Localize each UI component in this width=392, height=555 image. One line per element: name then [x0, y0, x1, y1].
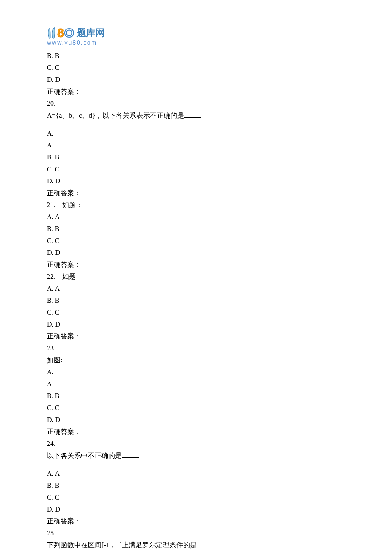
text-content: A.: [47, 368, 54, 376]
text-content: 22. 如题: [47, 273, 76, 280]
text-line: 20.: [47, 98, 345, 110]
document-body: B. BC. CD. D正确答案：20.A={a、b、c、d}，以下各关系表示不…: [47, 50, 345, 551]
text-line: A.: [47, 366, 345, 378]
text-line: C. C: [47, 235, 345, 247]
text-content: 正确答案：: [47, 88, 81, 95]
text-content: 正确答案：: [47, 189, 81, 197]
text-line: A: [47, 139, 345, 151]
text-line: C. C: [47, 163, 345, 175]
text-content: A: [47, 380, 52, 387]
text-content: D. D: [47, 177, 60, 185]
text-line: 正确答案：: [47, 330, 345, 342]
text-content: A. A: [47, 470, 60, 477]
fill-blank: [184, 111, 201, 118]
text-line: D. D: [47, 175, 345, 187]
text-line: D. D: [47, 74, 345, 86]
text-line: B. B: [47, 295, 345, 306]
text-line: A. A: [47, 283, 345, 295]
text-line: C. C: [47, 306, 345, 318]
bunny-icon: [47, 26, 56, 39]
logo-digit-0: O: [64, 26, 74, 40]
text-line: 25.: [47, 527, 345, 539]
text-content: 正确答案：: [47, 332, 81, 340]
text-line: B. B: [47, 50, 345, 62]
text-line: C. C: [47, 62, 345, 74]
text-line: 22. 如题: [47, 271, 345, 283]
text-line: 正确答案：: [47, 86, 345, 98]
text-line: D. D: [47, 247, 345, 259]
text-line: A. A: [47, 211, 345, 223]
text-content: 正确答案：: [47, 261, 81, 268]
text-line: A={a、b、c、d}，以下各关系表示不正确的是: [47, 110, 345, 121]
text-content: A. A: [47, 285, 60, 292]
text-content: 以下各关系中不正确的是: [47, 452, 122, 459]
text-line: 下列函数中在区间[-1，1]上满足罗尔定理条件的是: [47, 539, 345, 551]
text-line: A.: [47, 127, 345, 139]
text-content: 24.: [47, 440, 55, 447]
text-content: B. B: [47, 297, 59, 304]
site-logo: 8 O 题库网 www.vu80.com: [47, 26, 345, 47]
site-logo-row: 8 O 题库网: [47, 26, 345, 40]
blank-line: [47, 121, 345, 127]
text-content: B. B: [47, 225, 59, 232]
text-content: A: [47, 142, 52, 149]
text-content: 正确答案：: [47, 428, 81, 435]
text-content: D. D: [47, 506, 60, 513]
text-content: 20.: [47, 100, 55, 107]
page-container: 8 O 题库网 www.vu80.com B. BC. CD. D正确答案：20…: [0, 0, 392, 555]
fill-blank: [122, 451, 139, 458]
logo-digit-8: 8: [57, 26, 64, 40]
text-line: B. B: [47, 151, 345, 163]
text-content: C. C: [47, 309, 59, 316]
text-line: 23.: [47, 342, 345, 354]
text-content: D. D: [47, 321, 60, 328]
text-content: C. C: [47, 64, 59, 71]
text-content: 如图:: [47, 356, 62, 364]
text-line: 21. 如题：: [47, 199, 345, 211]
text-line: 正确答案：: [47, 515, 345, 527]
text-content: C. C: [47, 494, 59, 501]
text-line: D. D: [47, 318, 345, 330]
text-line: 以下各关系中不正确的是: [47, 450, 345, 462]
text-content: C. C: [47, 404, 59, 411]
text-content: D. D: [47, 76, 60, 83]
text-line: A: [47, 378, 345, 390]
logo-chinese-text: 题库网: [77, 26, 105, 39]
text-content: D. D: [47, 416, 60, 423]
text-content: A={a、b、c、d}，以下各关系表示不正确的是: [47, 112, 184, 119]
text-content: A.: [47, 130, 54, 137]
text-line: 如图:: [47, 354, 345, 366]
text-content: B. B: [47, 153, 59, 161]
text-content: D. D: [47, 249, 60, 256]
text-line: B. B: [47, 223, 345, 235]
text-content: B. B: [47, 52, 59, 59]
text-line: 正确答案：: [47, 426, 345, 438]
logo-url: www.vu80.com: [47, 39, 345, 46]
text-line: B. B: [47, 390, 345, 402]
text-content: 下列函数中在区间[-1，1]上满足罗尔定理条件的是: [47, 541, 197, 549]
text-line: D. D: [47, 503, 345, 515]
text-line: B. B: [47, 480, 345, 491]
text-content: A. A: [47, 213, 60, 220]
text-line: 24.: [47, 438, 345, 450]
text-content: 23.: [47, 344, 55, 352]
text-content: B. B: [47, 392, 59, 399]
header-divider: [47, 47, 345, 47]
text-content: C. C: [47, 237, 59, 244]
text-content: C. C: [47, 165, 59, 173]
text-content: 正确答案：: [47, 517, 81, 525]
text-content: 25.: [47, 529, 55, 537]
text-line: D. D: [47, 414, 345, 426]
text-content: B. B: [47, 482, 59, 489]
text-line: A. A: [47, 468, 345, 480]
text-line: 正确答案：: [47, 187, 345, 199]
blank-line: [47, 462, 345, 468]
text-line: C. C: [47, 491, 345, 503]
text-content: 21. 如题：: [47, 201, 83, 208]
text-line: 正确答案：: [47, 259, 345, 271]
text-line: C. C: [47, 402, 345, 414]
